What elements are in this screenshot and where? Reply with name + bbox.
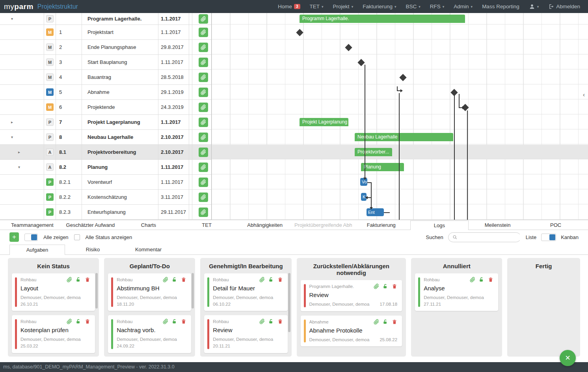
nav-item-fakturierung[interactable]: Fakturierung▾ <box>359 4 400 9</box>
column-scrollbar[interactable] <box>95 273 98 308</box>
gantt-summary-bar[interactable]: Programm Lagerhalle. <box>300 15 465 23</box>
collapse-arrow-icon[interactable]: ▾ <box>18 165 20 169</box>
table-row[interactable]: M4Bauantrag28.5.2018 <box>0 70 211 85</box>
search-input[interactable] <box>460 234 529 240</box>
table-row[interactable]: M6Projektende24.3.2019 <box>0 100 211 115</box>
unlock-icon[interactable] <box>383 284 388 289</box>
nav-item-rfs[interactable]: RFS▾ <box>426 4 448 9</box>
attachment-button[interactable] <box>199 88 208 97</box>
attachment-button[interactable] <box>199 163 208 172</box>
subtab-aufgaben[interactable]: Aufgaben <box>9 245 65 255</box>
tab-logs[interactable]: Logs <box>410 221 469 230</box>
attachment-button[interactable] <box>199 103 208 112</box>
kanban-card[interactable]: RohbauDetail für MauerDemouser, Demouser… <box>204 273 287 311</box>
app-logo[interactable]: myparm <box>4 2 33 11</box>
gantt-summary-bar[interactable]: Projektvorber... <box>355 148 392 156</box>
all-status-checkbox[interactable] <box>74 234 80 240</box>
add-button[interactable]: + <box>9 232 19 242</box>
unlock-icon[interactable] <box>479 277 484 282</box>
kanban-card[interactable]: RohbauReviewDemouser, Demouser, demoa20.… <box>204 315 287 353</box>
paperclip-icon[interactable] <box>163 319 168 324</box>
table-row[interactable]: ▸P7Projekt Lagerplanung1.1.2017 <box>0 115 211 130</box>
paperclip-icon[interactable] <box>374 319 379 325</box>
attachment-button[interactable] <box>199 207 208 217</box>
kanban-card[interactable]: RohbauLayoutDemouser, Demouser, demoa26.… <box>12 273 95 311</box>
attachment-button[interactable] <box>199 148 208 157</box>
expand-arrow-icon[interactable]: ▸ <box>11 120 13 124</box>
attachment-button[interactable] <box>199 43 208 52</box>
tab-gesch-tzter-aufwand[interactable]: Geschätzter Aufwand <box>61 220 120 230</box>
gantt-summary-bar[interactable]: Projekt Lagerplanung <box>300 118 348 126</box>
subtab-kommentar[interactable]: Kommentar <box>121 244 176 254</box>
gantt-summary-bar[interactable]: Neubau Lagerhalle <box>355 133 453 141</box>
logout-button[interactable]: Abmelden <box>544 4 584 9</box>
table-row[interactable]: ▸A8.1Projektvorbereitung2.10.2017 <box>0 145 211 160</box>
paperclip-icon[interactable] <box>163 277 168 282</box>
kanban-card[interactable]: RohbauNachtrag vorb.Demouser, Demouser, … <box>108 315 191 353</box>
nav-item-bsc[interactable]: BSC▾ <box>402 4 424 9</box>
table-row[interactable]: M3Start Bauplanung1.11.2017 <box>0 55 211 70</box>
tab-teammanagement[interactable]: Teammanagement <box>3 220 61 230</box>
unlock-icon[interactable] <box>268 319 274 324</box>
trash-icon[interactable] <box>85 277 90 282</box>
attachment-button[interactable] <box>199 14 208 24</box>
trash-icon[interactable] <box>392 284 397 289</box>
trash-icon[interactable] <box>277 319 283 324</box>
paperclip-icon[interactable] <box>470 277 475 282</box>
tab-meilenstein[interactable]: Meilenstein <box>469 220 527 230</box>
kanban-card[interactable]: RohbauKostenplan prüfenDemouser, Demouse… <box>12 315 95 353</box>
nav-item-admin[interactable]: Admin▾ <box>450 4 476 9</box>
paperclip-icon[interactable] <box>259 277 265 282</box>
tab-charts[interactable]: Charts <box>119 220 178 230</box>
attachment-button[interactable] <box>199 73 208 82</box>
kanban-card[interactable]: Programm Lagerhalle.ReviewDemouser, Demo… <box>301 280 402 311</box>
list-kanban-toggle[interactable] <box>541 234 556 241</box>
trash-icon[interactable] <box>277 277 283 282</box>
column-scrollbar[interactable] <box>288 273 290 332</box>
table-row[interactable]: M2Ende Planungsphase29.8.2017 <box>0 40 211 55</box>
show-all-toggle[interactable] <box>24 234 38 241</box>
nav-item-home[interactable]: Home3 <box>274 4 304 9</box>
trash-icon[interactable] <box>85 319 90 324</box>
nav-item-projekt[interactable]: Projekt▾ <box>329 4 357 9</box>
tab-fakturierung[interactable]: Fakturierung <box>352 220 411 230</box>
user-menu[interactable]: ▾ <box>525 4 543 10</box>
kanban-card[interactable]: AbnahmeAbnahme ProtokolleDemouser, Demou… <box>301 316 402 347</box>
table-row[interactable]: ▾P8Neubau Lagerhalle2.10.2017 <box>0 130 211 145</box>
kanban-card[interactable]: RohbauAbstimmung BHDemouser, Demouser, d… <box>108 273 191 311</box>
table-row[interactable]: P8.2.3Entwurfsplanung29.11.2017 <box>0 205 211 220</box>
attachment-button[interactable] <box>199 133 208 142</box>
trash-icon[interactable] <box>392 319 397 325</box>
table-row[interactable]: M1Projektstart1.1.2017 <box>0 25 211 40</box>
unlock-icon[interactable] <box>383 319 388 325</box>
table-row[interactable]: ▾A8.2Planung1.11.2017 <box>0 160 211 175</box>
unlock-icon[interactable] <box>172 319 177 324</box>
expand-arrow-icon[interactable]: ▸ <box>18 150 20 154</box>
nav-item-tet[interactable]: TET▾ <box>306 4 327 9</box>
collapse-arrow-icon[interactable]: ▾ <box>11 17 13 21</box>
attachment-button[interactable] <box>199 58 208 67</box>
paperclip-icon[interactable] <box>67 277 72 282</box>
trash-icon[interactable] <box>181 319 186 324</box>
unlock-icon[interactable] <box>76 319 81 324</box>
nav-item-mass-reporting[interactable]: Mass Reporting <box>478 4 523 9</box>
attachment-button[interactable] <box>199 193 208 202</box>
attachment-button[interactable] <box>199 28 208 37</box>
trash-icon[interactable] <box>181 277 186 282</box>
unlock-icon[interactable] <box>76 277 81 282</box>
close-fab-button[interactable]: ✕ <box>560 350 576 366</box>
trash-icon[interactable] <box>488 277 493 282</box>
gantt-summary-bar[interactable]: Planung <box>361 163 404 171</box>
table-row[interactable]: M5Abnahme29.1.2019 <box>0 85 211 100</box>
table-row[interactable]: ▾PProgramm Lagerhalle.1.1.2017 <box>0 13 211 25</box>
subtab-risiko[interactable]: Risiko <box>65 244 121 254</box>
tab-abh-ngigkeiten[interactable]: Abhängigkeiten <box>236 220 294 230</box>
table-row[interactable]: P8.2.2Kostenschätzung3.11.2017 <box>0 190 211 205</box>
paperclip-icon[interactable] <box>259 319 265 324</box>
tab-tet[interactable]: TET <box>178 220 236 230</box>
collapse-arrow-icon[interactable]: ▾ <box>11 135 13 139</box>
unlock-icon[interactable] <box>268 277 274 282</box>
tab-poc[interactable]: POC <box>527 220 585 230</box>
table-row[interactable]: P8.2.1Vorentwurf1.11.2017 <box>0 175 211 190</box>
attachment-button[interactable] <box>199 118 208 127</box>
